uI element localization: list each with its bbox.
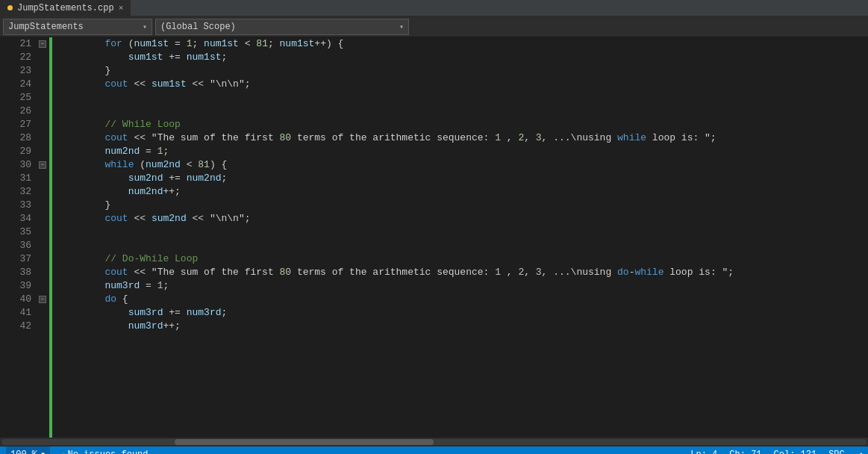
- symbol-selector-left-arrow: ▾: [143, 22, 147, 31]
- gutter-row: −: [37, 293, 49, 306]
- code-line: cout << "The sum of the first 80 terms o…: [58, 131, 868, 145]
- gutter-row: [37, 226, 49, 239]
- line-number: 28: [0, 131, 31, 145]
- line-number: 41: [0, 306, 31, 320]
- gutter-row: [37, 51, 49, 64]
- symbol-selector-right-label: (Global Scope): [160, 22, 236, 32]
- line-number: 24: [0, 78, 31, 91]
- collapse-button[interactable]: −: [39, 161, 46, 169]
- file-tab[interactable]: JumpStatements.cpp ×: [0, 0, 131, 16]
- zoom-arrow: ▾: [40, 447, 46, 454]
- close-tab-button[interactable]: ×: [119, 4, 124, 13]
- gutter-row: [37, 172, 49, 185]
- code-line: cout << sum2nd << "\n\n";: [58, 212, 868, 226]
- code-line: sum2nd += num2nd;: [58, 172, 868, 185]
- code-line: do {: [58, 293, 868, 306]
- gutter-row: [37, 131, 49, 145]
- line-number: 37: [0, 252, 31, 266]
- line-number: 29: [0, 145, 31, 158]
- line-number: 26: [0, 105, 31, 118]
- line-number: 34: [0, 212, 31, 226]
- line-number: 36: [0, 239, 31, 252]
- gutter-row: −: [37, 158, 49, 172]
- symbol-selector-left[interactable]: JumpStatements ▾: [3, 19, 152, 35]
- code-line: num3rd++;: [58, 320, 868, 333]
- gutter-row: [37, 279, 49, 293]
- gutter-row: [37, 64, 49, 78]
- collapse-button[interactable]: −: [39, 296, 46, 303]
- line-numbers: 2122232425262728293031323334353637383940…: [0, 37, 37, 438]
- code-line: num2nd++;: [58, 185, 868, 199]
- line-number: 25: [0, 91, 31, 105]
- code-line: // While Loop: [58, 118, 868, 131]
- code-line: num3rd = 1;: [58, 279, 868, 293]
- code-line: }: [58, 64, 868, 78]
- gutter-row: [37, 306, 49, 320]
- line-number: 22: [0, 51, 31, 64]
- code-line: while (num2nd < 81) {: [58, 158, 868, 172]
- code-line: cout << "The sum of the first 80 terms o…: [58, 266, 868, 279]
- line-number: 21: [0, 37, 31, 51]
- line-number: 30: [0, 158, 31, 172]
- symbol-selector-left-label: JumpStatements: [8, 22, 84, 32]
- line-number: 35: [0, 226, 31, 239]
- scrollbar-track[interactable]: [1, 439, 867, 445]
- code-lines[interactable]: for (num1st = 1; num1st < 81; num1st++) …: [52, 37, 868, 438]
- check-icon: ✓: [59, 450, 64, 455]
- line-number: 39: [0, 279, 31, 293]
- code-line: for (num1st = 1; num1st < 81; num1st++) …: [58, 37, 868, 51]
- collapse-gutter: −−−: [37, 37, 49, 438]
- gutter-row: −: [37, 37, 49, 51]
- zoom-selector[interactable]: 100 % ▾: [6, 447, 50, 454]
- code-line: sum1st += num1st;: [58, 51, 868, 64]
- col-indicator: Col: 121: [774, 450, 817, 454]
- symbol-selector-right-arrow: ▾: [399, 22, 404, 31]
- issues-indicator: ✓ No issues found: [59, 450, 681, 455]
- gutter-row: [37, 239, 49, 252]
- gutter-row: [37, 78, 49, 91]
- zoom-level: 100 %: [10, 447, 37, 454]
- gutter-row: [37, 212, 49, 226]
- symbol-selector-right[interactable]: (Global Scope) ▾: [155, 19, 409, 35]
- ch-indicator: Ch: 71: [729, 450, 761, 454]
- line-number: 42: [0, 320, 31, 333]
- gutter-row: [37, 199, 49, 212]
- gutter-row: [37, 105, 49, 118]
- code-line: num2nd = 1;: [58, 145, 868, 158]
- code-line: [58, 239, 868, 252]
- scrollbar-thumb[interactable]: [175, 439, 434, 445]
- code-line: cout << sum1st << "\n\n";: [58, 78, 868, 91]
- gutter-row: [37, 145, 49, 158]
- no-issues-label: No issues found: [67, 450, 148, 454]
- gutter-row: [37, 91, 49, 105]
- line-number: 33: [0, 199, 31, 212]
- spc-indicator: SPC: [828, 450, 845, 454]
- code-line: sum3rd += num3rd;: [58, 306, 868, 320]
- code-line: [58, 226, 868, 239]
- code-line: [58, 91, 868, 105]
- toolbar-bar: JumpStatements ▾ (Global Scope) ▾: [0, 16, 868, 37]
- status-bar: 100 % ▾ ✓ No issues found Ln: 4 Ch: 71 C…: [0, 447, 868, 454]
- line-number: 31: [0, 172, 31, 185]
- modified-dot: [7, 5, 13, 10]
- gutter-row: [37, 185, 49, 199]
- line-number: 23: [0, 64, 31, 78]
- gutter-row: [37, 320, 49, 333]
- mode-indicator: ◀: [857, 450, 862, 455]
- gutter-row: [37, 266, 49, 279]
- ln-indicator: Ln: 4: [690, 450, 717, 454]
- gutter-row: [37, 118, 49, 131]
- line-number: 40: [0, 293, 31, 306]
- code-line: }: [58, 199, 868, 212]
- code-line: // Do-While Loop: [58, 252, 868, 266]
- tab-filename: JumpStatements.cpp: [17, 3, 114, 13]
- title-bar: JumpStatements.cpp ×: [0, 0, 868, 16]
- line-number: 27: [0, 118, 31, 131]
- line-number: 32: [0, 185, 31, 199]
- code-container: 2122232425262728293031323334353637383940…: [0, 37, 868, 438]
- code-line: [58, 105, 868, 118]
- horizontal-scrollbar[interactable]: [0, 438, 868, 447]
- gutter-row: [37, 252, 49, 266]
- collapse-button[interactable]: −: [39, 40, 46, 48]
- status-right: Ln: 4 Ch: 71 Col: 121 SPC ◀: [690, 450, 862, 455]
